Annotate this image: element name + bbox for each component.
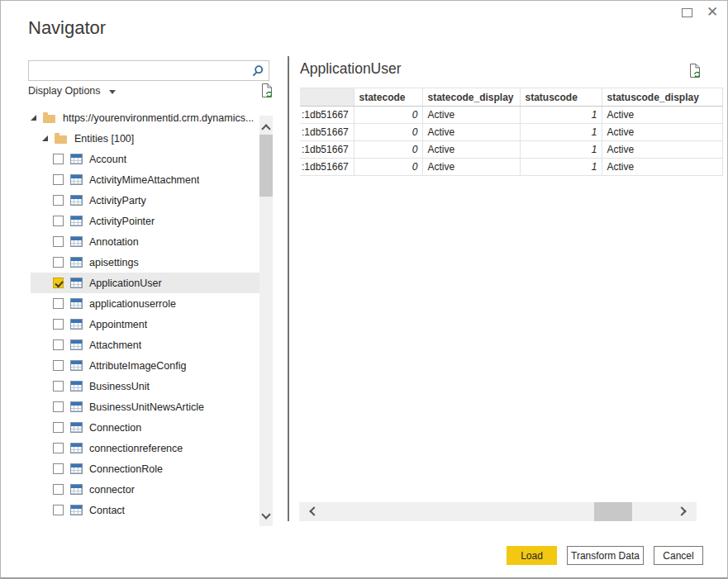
chevron-down-icon xyxy=(109,90,116,94)
search-input[interactable] xyxy=(29,61,269,80)
table-cell: 1 xyxy=(520,159,602,176)
tree-item-label: connector xyxy=(89,484,135,496)
checkbox-Contact[interactable] xyxy=(53,505,64,515)
checkbox-BusinessUnitNewsArticle[interactable] xyxy=(53,401,64,412)
table-icon xyxy=(70,216,83,226)
tree-item-Attachment[interactable]: Attachment xyxy=(31,335,259,355)
table-cell: :1db51667 xyxy=(300,141,354,159)
tree-item-connector[interactable]: connector xyxy=(31,479,259,500)
column-header-blank xyxy=(300,88,354,107)
table-cell: Active xyxy=(602,159,722,176)
checkbox-Account[interactable] xyxy=(53,154,64,164)
checkbox-ActivityParty[interactable] xyxy=(53,195,64,206)
tree-item-entities-folder[interactable]: Entities [100] xyxy=(1,128,259,149)
column-header-statuscode_display: statuscode_display xyxy=(602,88,722,107)
tree-item-AttributeImageConfig[interactable]: AttributeImageConfig xyxy=(31,355,259,376)
table-cell: 0 xyxy=(354,141,422,159)
tree-item-Appointment[interactable]: Appointment xyxy=(31,314,259,335)
scroll-right-icon[interactable] xyxy=(677,506,686,515)
table-icon xyxy=(70,401,83,412)
table-icon xyxy=(70,463,83,474)
checkbox-apisettings[interactable] xyxy=(53,257,64,268)
table-cell: :1db51667 xyxy=(300,107,354,124)
table-icon xyxy=(70,278,83,288)
load-button[interactable]: Load xyxy=(507,546,557,565)
tree-item-label: AttributeImageConfig xyxy=(89,360,186,372)
tree-scrollbar[interactable] xyxy=(259,116,273,526)
column-header-statecode_display: statecode_display xyxy=(422,88,520,107)
table-row: :1db516670Active1Active xyxy=(300,124,722,141)
checkbox-Connection[interactable] xyxy=(53,422,64,433)
refresh-preview-icon[interactable] xyxy=(259,83,274,102)
folder-icon xyxy=(55,135,67,144)
refresh-preview-icon[interactable] xyxy=(688,63,702,83)
table-cell: 1 xyxy=(520,107,602,124)
scroll-up-icon[interactable] xyxy=(261,124,270,133)
tree-item-ActivityPointer[interactable]: ActivityPointer xyxy=(31,211,259,231)
table-icon xyxy=(70,339,83,350)
table-icon xyxy=(70,484,83,495)
checkbox-ActivityMimeAttachment[interactable] xyxy=(53,174,64,185)
scroll-left-icon[interactable] xyxy=(309,506,318,515)
collapse-icon[interactable] xyxy=(31,115,36,121)
tree-item-label: apisettings xyxy=(89,257,139,268)
table-cell: Active xyxy=(422,124,520,141)
tree-scrollbar-thumb[interactable] xyxy=(259,135,273,197)
checkbox-applicationuserrole[interactable] xyxy=(53,298,64,309)
tree-item-label: BusinessUnitNewsArticle xyxy=(89,401,204,413)
tree-item-ApplicationUser[interactable]: ApplicationUser xyxy=(31,273,259,293)
display-options-dropdown[interactable]: Display Options xyxy=(28,85,116,97)
table-cell: Active xyxy=(422,107,520,124)
table-icon xyxy=(70,381,83,392)
checkbox-ActivityPointer[interactable] xyxy=(53,216,64,226)
tree-item-applicationuserrole[interactable]: applicationuserrole xyxy=(31,293,259,314)
close-icon[interactable]: ✕ xyxy=(707,3,718,21)
preview-hscrollbar-thumb[interactable] xyxy=(594,502,632,521)
tree-item-BusinessUnit[interactable]: BusinessUnit xyxy=(31,376,259,396)
tree-item-apisettings[interactable]: apisettings xyxy=(31,252,259,273)
cancel-button[interactable]: Cancel xyxy=(654,546,703,565)
tree-item-label: connectionreference xyxy=(89,443,183,454)
table-cell: Active xyxy=(602,124,722,141)
preview-title: ApplicationUser xyxy=(300,60,402,78)
checked-checkbox-ApplicationUser[interactable] xyxy=(53,278,64,288)
tree-item-label: ConnectionRole xyxy=(89,463,163,475)
table-icon xyxy=(70,154,83,164)
tree-item-Account[interactable]: Account xyxy=(31,149,259,169)
table-icon xyxy=(70,257,83,268)
checkbox-BusinessUnit[interactable] xyxy=(53,381,64,392)
column-header-statuscode: statuscode xyxy=(520,88,602,107)
tree-item-label: ActivityParty xyxy=(89,195,146,206)
table-icon xyxy=(70,195,83,206)
checkbox-Appointment[interactable] xyxy=(53,319,64,330)
checkbox-Annotation[interactable] xyxy=(53,236,64,247)
checkbox-connector[interactable] xyxy=(53,484,64,495)
tree-item-Annotation[interactable]: Annotation xyxy=(31,231,259,252)
checkbox-AttributeImageConfig[interactable] xyxy=(53,360,64,371)
table-cell: 1 xyxy=(520,141,602,159)
tree-item-connectionreference[interactable]: connectionreference xyxy=(31,438,259,458)
search-icon[interactable] xyxy=(250,64,264,78)
tree-item-ActivityMimeAttachment[interactable]: ActivityMimeAttachment xyxy=(31,169,259,190)
checkbox-Attachment[interactable] xyxy=(53,339,64,350)
preview-hscrollbar[interactable] xyxy=(299,502,697,521)
tree-item-label: Account xyxy=(89,154,126,165)
tree-item-environment-url[interactable]: https://yourenvironmentid.crm.dynamics..… xyxy=(1,107,259,128)
table-cell: Active xyxy=(422,159,520,176)
tree-item-label: https://yourenvironmentid.crm.dynamics..… xyxy=(63,112,254,124)
tree-item-ActivityParty[interactable]: ActivityParty xyxy=(31,190,259,211)
transform-data-button[interactable]: Transform Data xyxy=(567,546,644,565)
tree-item-label: ApplicationUser xyxy=(89,278,162,289)
checkbox-connectionreference[interactable] xyxy=(53,443,64,453)
table-cell: :1db51667 xyxy=(300,159,354,176)
scroll-down-icon[interactable] xyxy=(261,510,270,519)
tree-item-BusinessUnitNewsArticle[interactable]: BusinessUnitNewsArticle xyxy=(31,396,259,417)
maximize-icon[interactable] xyxy=(682,8,692,17)
table-cell: Active xyxy=(602,141,722,159)
collapse-icon[interactable] xyxy=(42,135,48,141)
table-icon xyxy=(70,319,83,330)
tree-item-Contact[interactable]: Contact xyxy=(31,500,259,520)
checkbox-ConnectionRole[interactable] xyxy=(53,463,64,474)
tree-item-Connection[interactable]: Connection xyxy=(31,417,259,438)
tree-item-ConnectionRole[interactable]: ConnectionRole xyxy=(31,458,259,479)
